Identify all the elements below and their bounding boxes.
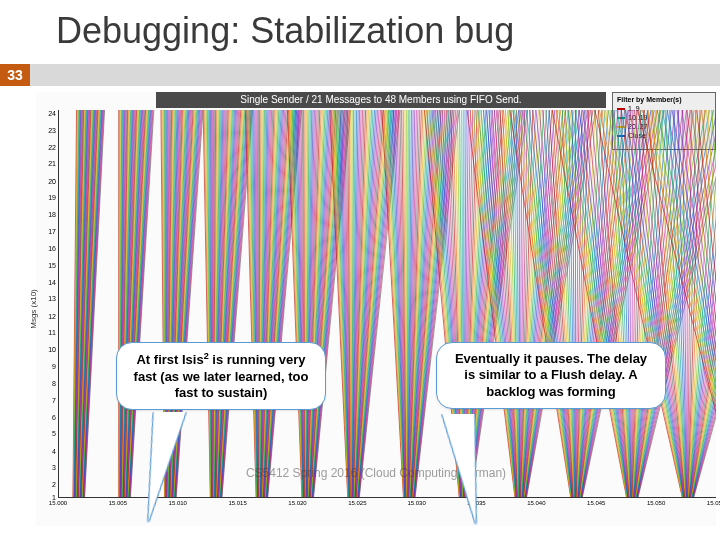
y-axis-ticks: 24 23 22 21 20 19 18 17 16 15 14 13 12 1…: [36, 110, 58, 498]
title-underline-strip: [30, 64, 720, 86]
svg-line-513: [579, 110, 618, 497]
svg-line-540: [598, 110, 629, 497]
legend-title: Filter by Member(s): [617, 95, 711, 104]
slide: Debugging: Stabilization bug 33 Single S…: [0, 0, 720, 540]
chart-area: Single Sender / 21 Messages to 48 Member…: [36, 92, 716, 526]
svg-line-437: [481, 110, 516, 497]
callout-bubble: Eventually it pauses. The delay is simil…: [436, 342, 666, 409]
callout-bubble: At first Isis2 is running very fast (as …: [116, 342, 326, 410]
svg-line-370: [412, 110, 438, 497]
callout-right: Eventually it pauses. The delay is simil…: [436, 342, 666, 409]
chart-title: Single Sender / 21 Messages to 48 Member…: [156, 92, 606, 108]
slide-title: Debugging: Stabilization bug: [56, 10, 514, 52]
svg-line-368: [411, 110, 434, 497]
svg-line-489: [539, 110, 573, 497]
callout-left: At first Isis2 is running very fast (as …: [116, 342, 326, 410]
slide-number-badge: 33: [0, 64, 30, 86]
